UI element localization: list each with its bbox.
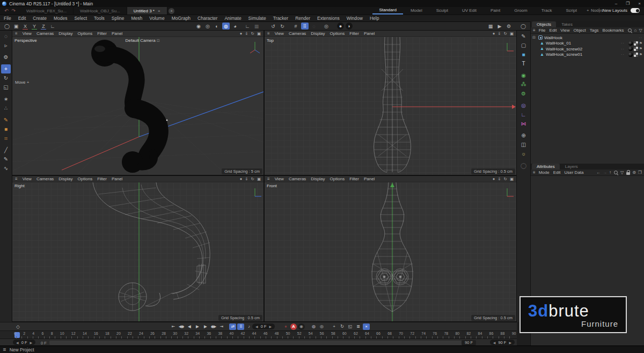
pin-view-icon[interactable]: ⇓: [245, 176, 248, 181]
range-start-field[interactable]: ◀ 0 F ▶: [13, 340, 35, 345]
menu-render[interactable]: Render: [295, 16, 310, 21]
expand-icon[interactable]: ⊟: [532, 35, 537, 40]
material-tag-icon[interactable]: [628, 41, 633, 46]
uvw-tag-icon[interactable]: [634, 53, 638, 57]
viewport-menu-options[interactable]: Options: [330, 31, 345, 36]
coord-object-icon[interactable]: ◎: [204, 23, 211, 30]
panel-menu-file[interactable]: File: [539, 28, 546, 33]
move-tool-icon[interactable]: +: [1, 64, 11, 73]
filter-icon[interactable]: ▽: [620, 170, 624, 175]
shading-sphere-icon[interactable]: ●: [240, 31, 243, 36]
track-icon[interactable]: ⊚: [632, 170, 636, 175]
snap-modes-icon[interactable]: ◌: [310, 23, 318, 30]
render-picture-viewer-icon[interactable]: ▶: [496, 23, 503, 30]
material-tag-icon[interactable]: [628, 53, 633, 57]
menu-animate[interactable]: Animate: [224, 16, 241, 21]
environment-object-icon[interactable]: ⊕: [519, 131, 529, 140]
prev-frame-button[interactable]: ◀: [186, 323, 193, 330]
viewport-perspective-canvas[interactable]: Perspective Default Camera ⊡ Move + Grid…: [12, 37, 264, 175]
menu-create[interactable]: Create: [33, 16, 47, 21]
subdivision-surface-icon[interactable]: ◉: [519, 71, 529, 80]
visibility-dots-icon[interactable]: ··: [639, 36, 642, 40]
knife-tool-icon[interactable]: ╱: [1, 145, 11, 155]
refresh-view-icon[interactable]: ↻: [251, 31, 254, 36]
quantize-grid-icon[interactable]: ▦: [253, 23, 260, 30]
loop-playback-button[interactable]: ⇄: [229, 323, 236, 330]
viewport-menu-display[interactable]: Display: [311, 176, 325, 181]
key-hierarchy-button[interactable]: ◎: [318, 323, 325, 330]
menu-help[interactable]: Help: [370, 16, 379, 21]
uvw-tag-icon[interactable]: [634, 47, 638, 51]
key-objects-button[interactable]: ◍: [310, 323, 317, 330]
frame-increment[interactable]: ▶: [269, 325, 272, 328]
viewport-menu-cameras[interactable]: Cameras: [289, 176, 306, 181]
menu-tools[interactable]: Tools: [94, 16, 105, 21]
document-tab-wallhook-fbx-su[interactable]: WallHook_FBX_Su...: [20, 7, 74, 14]
panel-tab-attributes[interactable]: Attributes: [532, 164, 560, 170]
frame-value[interactable]: 0 F: [261, 324, 267, 329]
viewport-menu-cameras[interactable]: Cameras: [36, 31, 54, 36]
key-rotation-button[interactable]: ↻: [339, 323, 346, 330]
camera-label[interactable]: Default Camera ⊡: [126, 38, 160, 43]
coord-switch-icon[interactable]: ◐: [213, 23, 221, 30]
layout-tab-model[interactable]: Model: [404, 7, 429, 14]
magnet-transform-tool-icon[interactable]: ∴: [1, 104, 11, 113]
sculpt-pen-tool-icon[interactable]: ✎: [1, 155, 11, 164]
viewport-menu-panel[interactable]: Panel: [112, 176, 122, 181]
layout-tab-uv-edit[interactable]: UV Edit: [456, 7, 483, 14]
next-key-button[interactable]: ◆▶: [210, 323, 217, 330]
lock-x-axis-icon[interactable]: X: [21, 23, 29, 30]
primitive-cube-icon[interactable]: ■: [519, 50, 529, 59]
viewport-menu-view[interactable]: View: [23, 176, 32, 181]
viewport-menu-panel[interactable]: Panel: [364, 176, 375, 181]
status-menu-icon[interactable]: ≣: [3, 347, 6, 352]
modeling-axis-icon[interactable]: ◍: [222, 23, 230, 30]
viewport-menu-filter[interactable]: Filter: [97, 176, 107, 181]
visibility-dots-icon[interactable]: ··: [621, 47, 625, 51]
array-generator-icon[interactable]: ⁂: [519, 80, 529, 89]
material-icon[interactable]: ◯: [519, 161, 529, 170]
spline-primitive-icon[interactable]: ▢: [519, 41, 529, 50]
show-keys-button[interactable]: ⠿: [237, 323, 244, 330]
live-selection-tool-icon[interactable]: ◌: [1, 32, 11, 41]
panel-menu-bookmarks[interactable]: Bookmarks: [603, 28, 624, 33]
menu-spline[interactable]: Spline: [112, 16, 125, 21]
panel-menu-edit[interactable]: Edit: [550, 28, 557, 33]
minimize-button[interactable]: –: [615, 1, 617, 6]
view-undo-icon[interactable]: ↺: [269, 23, 277, 30]
menu-select[interactable]: Select: [74, 16, 87, 21]
clone-spheres-tool-icon[interactable]: ⠶: [1, 134, 11, 143]
frame-decrement[interactable]: ◀: [255, 325, 258, 328]
snap-toggle-icon[interactable]: ⠿: [301, 23, 309, 30]
close-button[interactable]: ×: [638, 1, 641, 6]
play-button[interactable]: ▶: [194, 323, 201, 330]
prev-key-button[interactable]: ◀◆: [178, 323, 185, 330]
lock-z-axis-icon[interactable]: Z: [40, 23, 47, 30]
toggle-ball-b-icon[interactable]: ◗: [346, 23, 353, 30]
home-icon[interactable]: ⌂: [634, 28, 637, 33]
toggle-panel-layout-icon[interactable]: ▣: [510, 176, 514, 181]
brush-tool-icon[interactable]: ✎: [1, 115, 11, 124]
panel-tab-takes[interactable]: Takes: [557, 21, 577, 27]
refresh-view-icon[interactable]: ↻: [251, 176, 254, 181]
panel-menu-mode[interactable]: Mode: [539, 170, 550, 175]
object-row-wallhook[interactable]: ⊟WallHook··: [531, 35, 644, 41]
panel-menu-user-data[interactable]: User Data: [564, 170, 583, 175]
polygon-pen-tool-icon[interactable]: ■: [1, 124, 11, 134]
workplane-grid-icon[interactable]: #: [292, 23, 299, 30]
attribute-manager-menu-icon[interactable]: ≡: [533, 170, 536, 175]
pin-view-icon[interactable]: ⇓: [497, 31, 501, 36]
panel-menu-tags[interactable]: Tags: [590, 28, 599, 33]
menu-file[interactable]: File: [4, 16, 11, 21]
object-row-wallhook-screw02[interactable]: ▲WallHook_screw02··⚑: [531, 46, 644, 52]
menu-mesh[interactable]: Mesh: [131, 16, 143, 21]
layout-tab-track[interactable]: Track: [535, 7, 559, 14]
viewport-menu-filter[interactable]: Filter: [349, 31, 359, 36]
viewport-menu-cameras[interactable]: Cameras: [36, 176, 54, 181]
phong-tag-icon[interactable]: ⚑: [639, 53, 642, 57]
toggle-panel-layout-icon[interactable]: ▣: [510, 31, 514, 36]
visibility-dots-icon[interactable]: ··: [621, 53, 625, 56]
panel-tab-objects[interactable]: Objects: [532, 21, 556, 27]
viewport-menu-view[interactable]: View: [275, 176, 284, 181]
document-tab-untitled-3[interactable]: Untitled 3 *×: [127, 7, 167, 14]
